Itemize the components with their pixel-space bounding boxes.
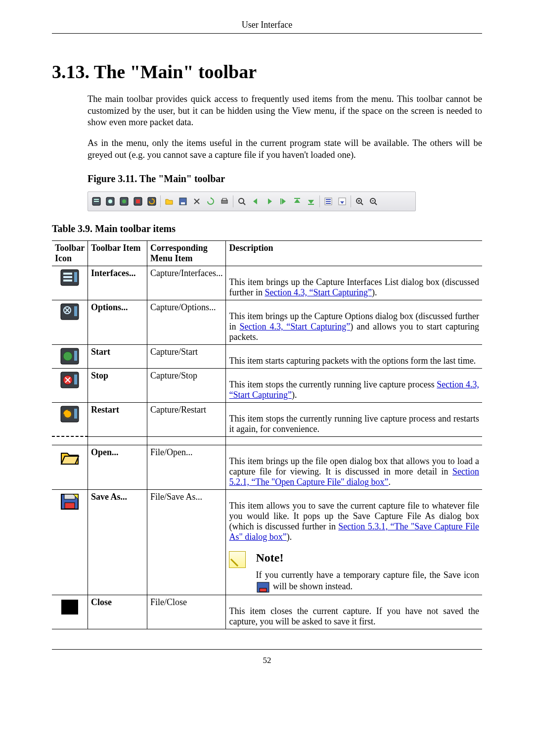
open-icon[interactable] <box>164 196 175 207</box>
start-icon[interactable] <box>119 196 130 207</box>
main-toolbar <box>88 191 416 211</box>
svg-rect-63 <box>260 588 267 592</box>
find-icon[interactable] <box>236 196 247 207</box>
row-item: Stop <box>88 368 147 402</box>
toolbar-separator <box>351 195 351 207</box>
back-icon[interactable] <box>250 196 261 207</box>
running-head: User Interface <box>52 20 482 33</box>
svg-line-38 <box>375 203 377 205</box>
options-icon[interactable] <box>105 196 116 207</box>
table-row: Restart Capture/Restart This item stops … <box>52 402 482 436</box>
row-icon <box>52 445 88 490</box>
row-item: Interfaces... <box>88 266 147 300</box>
row-menu: Capture/Restart <box>147 402 226 436</box>
svg-marker-21 <box>282 198 286 204</box>
row-menu: File/Open... <box>147 445 226 490</box>
body-text: The main toolbar provides quick access t… <box>88 94 482 211</box>
row-desc: This item stops the currently running li… <box>226 368 482 402</box>
forward-icon[interactable] <box>264 196 275 207</box>
svg-rect-1 <box>94 199 99 200</box>
table-caption: Table 3.9. Main toolbar items <box>52 223 482 235</box>
svg-rect-50 <box>74 351 77 361</box>
row-icon <box>52 402 88 436</box>
svg-rect-60 <box>64 494 75 499</box>
zoom-in-icon[interactable] <box>354 196 365 207</box>
save-icon[interactable] <box>178 196 188 207</box>
note-text: If you currently have a temporary captur… <box>256 569 479 592</box>
print-icon[interactable] <box>219 196 230 207</box>
row-menu: Capture/Stop <box>147 368 226 402</box>
note-icon <box>229 551 246 568</box>
figure-caption: Figure 3.11. The "Main" toolbar <box>88 173 482 186</box>
svg-rect-16 <box>222 198 226 200</box>
row-icon <box>52 368 88 402</box>
svg-rect-43 <box>63 280 72 282</box>
colorize-icon[interactable] <box>323 196 334 207</box>
table-row: Close File/Close This item closes the cu… <box>52 595 482 629</box>
footer-rule <box>52 649 482 650</box>
th-icon: Toolbar Icon <box>52 240 88 266</box>
th-item: Toolbar Item <box>88 240 147 266</box>
toolbar-separator <box>319 195 320 207</box>
row-item: Restart <box>88 402 147 436</box>
row-item: Start <box>88 344 147 368</box>
th-menu: Corresponding Menu Item <box>147 240 226 266</box>
toolbar-separator <box>160 195 161 207</box>
table-row: Save As... File/Save As... This item all… <box>52 490 482 595</box>
page-number: 52 <box>52 656 482 665</box>
row-item: Save As... <box>88 490 147 595</box>
row-item: Open... <box>88 445 147 490</box>
row-desc: This item brings up the Capture Options … <box>226 300 482 344</box>
svg-rect-8 <box>136 199 140 203</box>
reload-icon[interactable] <box>205 196 216 207</box>
paragraph: The main toolbar provides quick access t… <box>88 94 482 129</box>
header-rule <box>52 33 482 34</box>
save-icon-inline <box>257 582 269 593</box>
svg-point-4 <box>108 199 112 203</box>
restart-icon[interactable] <box>146 196 157 207</box>
interfaces-icon[interactable] <box>91 196 102 207</box>
svg-rect-55 <box>74 375 77 384</box>
svg-rect-2 <box>94 201 99 202</box>
zoom-out-icon[interactable] <box>368 196 379 207</box>
svg-marker-23 <box>294 199 300 203</box>
row-icon <box>52 266 88 300</box>
table-row: Interfaces... Capture/Interfaces... This… <box>52 266 482 300</box>
close-icon[interactable] <box>191 196 202 207</box>
jump-icon[interactable] <box>278 196 289 207</box>
row-menu: Capture/Start <box>147 344 226 368</box>
row-menu: Capture/Options... <box>147 300 226 344</box>
section-title: 3.13. The "Main" toolbar <box>52 61 482 83</box>
table-row-separator <box>52 436 482 445</box>
row-desc: This item stops the currently running li… <box>226 402 482 436</box>
row-menu: File/Save As... <box>147 490 226 595</box>
row-icon <box>52 490 88 595</box>
svg-rect-30 <box>326 203 331 204</box>
bottom-icon[interactable] <box>306 196 316 207</box>
svg-rect-22 <box>280 198 281 204</box>
table-row: Open... File/Open... This item brings up… <box>52 445 482 490</box>
xref-link[interactable]: Section 4.3, “Start Capturing” <box>239 322 350 331</box>
svg-line-34 <box>361 203 363 205</box>
xref-link[interactable]: Section 4.3, “Start Capturing” <box>265 287 371 297</box>
row-desc: This item brings up the Capture Interfac… <box>226 266 482 300</box>
svg-rect-11 <box>181 202 185 204</box>
row-desc: This item starts capturing packets with … <box>226 344 482 368</box>
top-icon[interactable] <box>292 196 303 207</box>
note-box: Note! If you currently have a temporary … <box>229 551 479 592</box>
toolbar-items-table: Toolbar Icon Toolbar Item Corresponding … <box>52 240 482 629</box>
row-menu: Capture/Interfaces... <box>147 266 226 300</box>
row-item: Close <box>88 595 147 629</box>
svg-marker-14 <box>211 197 213 199</box>
row-desc: This item allows you to save the current… <box>226 490 482 595</box>
row-desc: This item brings up the file open dialog… <box>226 445 482 490</box>
svg-point-6 <box>122 199 126 203</box>
svg-marker-25 <box>308 200 314 204</box>
autoscroll-icon[interactable] <box>337 196 348 207</box>
svg-rect-44 <box>74 272 77 282</box>
svg-rect-26 <box>308 204 314 205</box>
svg-marker-20 <box>268 198 272 204</box>
table-row: Options... Capture/Options... This item … <box>52 300 482 344</box>
row-icon <box>52 344 88 368</box>
stop-icon[interactable] <box>133 196 143 207</box>
